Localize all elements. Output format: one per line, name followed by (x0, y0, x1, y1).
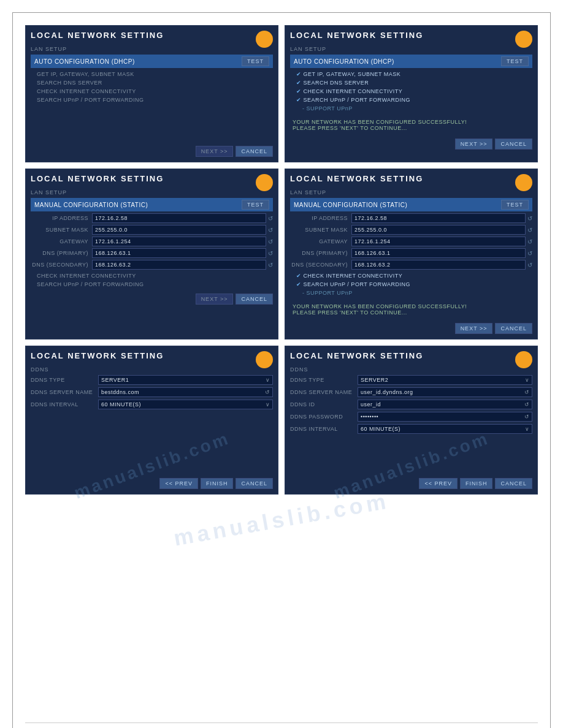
panel-4-success: YOUR NETWORK HAS BEEN CONFIGURED SUCCESS… (290, 301, 532, 318)
panel-2-test-btn[interactable]: TEST (501, 56, 529, 66)
panel-5-interval-row: DDNS INTERVAL 60 MINUTE(S) ∨ (31, 400, 273, 409)
panel-3-cancel-btn[interactable]: CANCEL (236, 294, 273, 305)
panel-5-cancel-btn[interactable]: CANCEL (236, 478, 273, 489)
panel-5-server-value: bestddns.com ↺ (98, 387, 273, 397)
panel-4-subnet-value: 255.255.0.0 (351, 225, 526, 235)
panel-2-cancel-btn[interactable]: CANCEL (495, 138, 532, 150)
panel-3-dns2-icon: ↺ (266, 262, 273, 268)
panel-6-server-label: DDNS SERVER NAME (290, 389, 358, 395)
panel-4-gw-label: GATEWAY (290, 238, 351, 245)
panel-2-success: YOUR NETWORK HAS BEEN CONFIGURED SUCCESS… (290, 116, 532, 134)
panel-2-item-0: GET IP, GATEWAY, SUBNET MASK (290, 70, 532, 78)
panel-6-type-row: DDNS TYPE SERVER2 ∨ (290, 375, 532, 385)
panel-5-ddns-label: DDNS (31, 366, 273, 373)
panel-3-dns2-row: DNS (SECONDARY) 168.126.63.2 ↺ (31, 260, 273, 270)
panel-5-bottom: << PREV FINISH CANCEL (31, 478, 273, 489)
panel-1-lan-label: LAN SETUP (31, 46, 273, 52)
panel-4-gw-row: GATEWAY 172.16.1.254 ↺ (290, 237, 532, 246)
panel-6-circle (515, 351, 532, 368)
panel-5-server-row: DDNS SERVER NAME bestddns.com ↺ (31, 387, 273, 397)
panel-4-dns1-label: DNS (PRIMARY) (290, 250, 351, 256)
panel-6-id-value: user_id ↺ (358, 400, 532, 409)
panel-3-next-btn[interactable]: NEXT >> (196, 294, 234, 305)
panel-4-ip-row: IP ADDRESS 172.16.2.58 ↺ (290, 213, 532, 223)
panel-6-interval-label: DDNS INTERVAL (290, 426, 358, 432)
panel-6-type-label: DDNS TYPE (290, 377, 358, 383)
panel-4-ip-icon: ↺ (526, 215, 532, 222)
panel-2-lan-label: LAN SETUP (290, 46, 532, 52)
panel-4-dns2-row: DNS (SECONDARY) 168.126.63.2 ↺ (290, 260, 532, 270)
panel-3-dns1-icon: ↺ (266, 250, 273, 257)
panel-3-circle (256, 174, 273, 191)
panel-4-dns1-value: 168.126.63.1 (351, 248, 526, 258)
panel-4-next-btn[interactable]: NEXT >> (455, 323, 493, 334)
panel-3-dns1-label: DNS (PRIMARY) (31, 250, 92, 256)
panel-6-server-value: user_id.dyndns.org ↺ (358, 387, 532, 397)
panel-4-gw-icon: ↺ (526, 238, 532, 245)
panel-4-dns1-icon: ↺ (526, 250, 532, 257)
panel-1-bottom: NEXT >> CANCEL (31, 146, 273, 157)
panel-5-interval-value: 60 MINUTE(S) ∨ (98, 400, 273, 409)
panel-3-ip-label: IP ADDRESS (31, 215, 92, 221)
panel-1-test-btn[interactable]: TEST (242, 56, 269, 66)
panel-4-test-btn[interactable]: TEST (501, 200, 529, 210)
panel-5-type-row: DDNS TYPE SERVER1 ∨ (31, 375, 273, 385)
panel-6-type-value: SERVER2 ∨ (358, 375, 532, 385)
panel-6-ddns-label: DDNS (290, 366, 532, 373)
panel-5-title: LOCAL NETWORK SETTING (31, 351, 273, 362)
panel-1-item-2: CHECK INTERNET CONNECTIVITY (31, 87, 273, 96)
panel-3-dns1-value: 168.126.63.1 (92, 248, 266, 258)
panel-5-type-value: SERVER1 ∨ (98, 375, 273, 385)
panel-2-item-1: SEARCH DNS SERVER (290, 78, 532, 87)
panel-2-title: LOCAL NETWORK SETTING (290, 31, 532, 41)
panel-5-server-label: DDNS SERVER NAME (31, 389, 98, 395)
panel-5-interval-label: DDNS INTERVAL (31, 401, 98, 408)
panel-1-next-btn[interactable]: NEXT >> (196, 146, 234, 157)
panel-2-item-4: SUPPORT UPnP (290, 104, 532, 113)
panel-4-item-1: SEARCH UPnP / PORT FORWARDING (290, 280, 532, 289)
panel-3-ip-icon: ↺ (266, 215, 273, 222)
panel-2-item-2: CHECK INTERNET CONNECTIVITY (290, 87, 532, 96)
panel-3-ip-value: 172.16.2.58 (92, 213, 266, 223)
panel-1-cancel-btn[interactable]: CANCEL (236, 146, 273, 157)
panel-4-dns2-value: 168.126.63.2 (351, 260, 526, 270)
panel-6-server-row: DDNS SERVER NAME user_id.dyndns.org ↺ (290, 387, 532, 397)
panel-3-gw-icon: ↺ (266, 238, 273, 245)
panel-4-ip-value: 172.16.2.58 (351, 213, 526, 223)
panel-3-item-0: CHECK INTERNET CONNECTIVITY (31, 271, 273, 280)
panel-3-dns2-value: 168.126.63.2 (92, 260, 266, 270)
panel-1-item-3: SEARCH UPnP / PORT FORWARDING (31, 96, 273, 104)
panel-3-dns1-row: DNS (PRIMARY) 168.126.63.1 ↺ (31, 248, 273, 258)
outer-container: LOCAL NETWORK SETTING LAN SETUP AUTO CON… (12, 12, 551, 728)
panel-3-test-btn[interactable]: TEST (242, 200, 269, 210)
panel-4-item-0: CHECK INTERNET CONNECTIVITY (290, 271, 532, 280)
panel-6-interval-value: 60 MINUTE(S) ∨ (358, 424, 532, 434)
panel-1-item-0: GET IP, GATEWAY, SUBNET MASK (31, 70, 273, 78)
panel-manual-static-after: LOCAL NETWORK SETTING LAN SETUP MANUAL C… (285, 169, 538, 339)
panel-1-config-type: AUTO CONFIGURATION (DHCP) TEST (31, 55, 273, 68)
panel-4-bottom: NEXT >> CANCEL (290, 323, 532, 334)
panel-5-prev-btn[interactable]: << PREV (159, 478, 198, 489)
panel-auto-dhcp-after: LOCAL NETWORK SETTING LAN SETUP AUTO CON… (285, 25, 538, 162)
panel-4-ip-label: IP ADDRESS (290, 215, 351, 221)
panel-5-finish-btn[interactable]: FINISH (201, 478, 234, 489)
panel-4-dns2-icon: ↺ (526, 262, 532, 268)
panel-3-subnet-value: 255.255.0.0 (92, 225, 266, 235)
panel-6-title: LOCAL NETWORK SETTING (290, 351, 532, 362)
panel-3-gw-label: GATEWAY (31, 238, 92, 245)
panel-6-pw-value: •••••••• ↺ (358, 412, 532, 422)
panel-3-lan-label: LAN SETUP (31, 189, 273, 195)
panel-1-item-1: SEARCH DNS SERVER (31, 78, 273, 87)
panel-4-subnet-icon: ↺ (526, 227, 532, 233)
panel-3-subnet-row: SUBNET MASK 255.255.0.0 ↺ (31, 225, 273, 235)
panel-5-circle (256, 351, 273, 368)
panel-2-circle (515, 31, 532, 48)
panel-4-subnet-label: SUBNET MASK (290, 227, 351, 233)
panel-6-id-row: DDNS ID user_id ↺ (290, 400, 532, 409)
panel-4-title: LOCAL NETWORK SETTING (290, 174, 532, 184)
panel-6-id-label: DDNS ID (290, 401, 358, 408)
panel-2-next-btn[interactable]: NEXT >> (455, 138, 493, 150)
panel-6-pw-label: DDNS PASSWORD (290, 414, 358, 420)
panel-1-circle (256, 31, 273, 48)
panel-4-cancel-btn[interactable]: CANCEL (495, 323, 532, 334)
